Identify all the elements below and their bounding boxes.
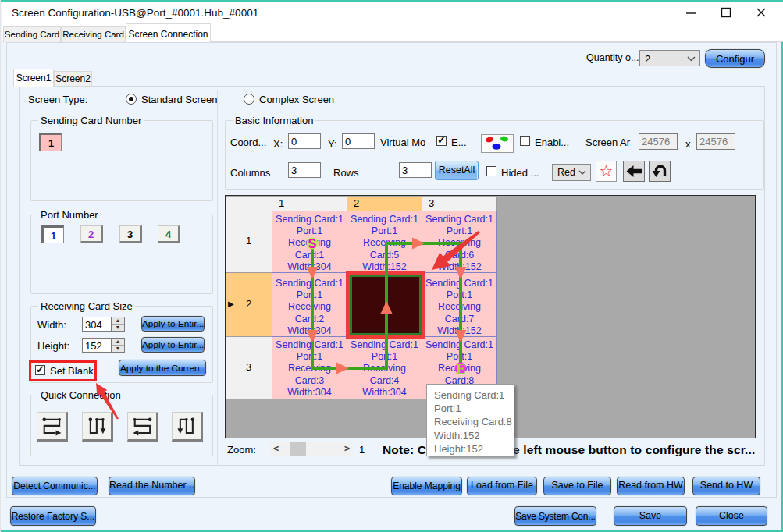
- save-system-config-button[interactable]: Save System Con...: [514, 506, 596, 526]
- star-button[interactable]: ☆: [596, 161, 617, 182]
- rgb-mode-button[interactable]: [481, 134, 514, 153]
- scroll-right-icon[interactable]: >: [341, 442, 353, 456]
- button-label: Save: [639, 510, 662, 521]
- hided-checkbox[interactable]: [486, 166, 496, 176]
- tab-receiving-card[interactable]: Receiving Card: [61, 26, 126, 42]
- tab-screen1[interactable]: Screen1: [13, 69, 54, 87]
- send-to-hw-button[interactable]: Send to HW: [692, 477, 760, 495]
- spin-up-icon[interactable]: ▲: [112, 317, 124, 325]
- grid-col-header-3[interactable]: 3: [422, 197, 497, 211]
- port-4-chip[interactable]: 4: [158, 225, 180, 243]
- configure-button[interactable]: Configur: [705, 49, 765, 68]
- cell-line: Sending Card:1: [272, 278, 347, 289]
- grid-col-header-2[interactable]: 2: [347, 197, 422, 211]
- grid-corner-cell: [226, 197, 272, 211]
- back-arrow-button[interactable]: [623, 161, 645, 182]
- quick-connection-pattern-2[interactable]: [82, 412, 113, 442]
- quick-connection-pattern-1[interactable]: [37, 412, 68, 442]
- quantity-select[interactable]: 2: [639, 50, 700, 66]
- tooltip-line: Width:152: [434, 429, 514, 442]
- reset-all-button[interactable]: ResetAll: [435, 161, 479, 180]
- group-title: Port Number: [38, 209, 101, 221]
- complex-screen-radio[interactable]: [244, 94, 254, 105]
- columns-label: Columns: [230, 167, 270, 179]
- scroll-left-icon[interactable]: <: [270, 442, 282, 456]
- cell-line: Receiving: [347, 237, 422, 249]
- cell-text: Sending Card:1Port:1ReceivingCard:4Width…: [347, 339, 422, 399]
- grid-cell-r1c1[interactable]: Sending Card:1Port:1ReceivingCard:1Width…: [272, 211, 347, 273]
- cell-line: Receiving: [272, 363, 347, 374]
- apply-height-button[interactable]: Apply to Entir...: [141, 337, 205, 353]
- sending-card-1-chip[interactable]: 1: [39, 133, 62, 151]
- columns-input[interactable]: 3: [288, 162, 321, 178]
- button-label: ResetAll: [439, 165, 475, 176]
- grid-cell-r1c3[interactable]: Sending Card:1Port:1ReceivingCard:6Width…: [422, 211, 497, 273]
- grid-row-header-3[interactable]: 3: [226, 337, 272, 399]
- minimize-button[interactable]: [675, 2, 706, 23]
- grid-row-header-2[interactable]: 2▶: [226, 273, 272, 337]
- zoom-scrollbar[interactable]: < >: [270, 442, 353, 456]
- grid-row-header-1[interactable]: 1: [226, 211, 272, 273]
- enable2-checkbox[interactable]: [520, 136, 530, 146]
- apply-width-button[interactable]: Apply to Entir...: [141, 316, 205, 332]
- y-label: Y:: [328, 138, 337, 150]
- close-button[interactable]: [746, 2, 777, 23]
- spin-up-icon[interactable]: ▲: [112, 339, 124, 346]
- height-spinner[interactable]: ▲▼: [112, 338, 125, 353]
- cell-text: Sending Card:1Port:1ReceivingCard:6Width…: [422, 214, 496, 273]
- coord-y-input[interactable]: 0: [342, 133, 375, 149]
- width-input[interactable]: 304: [82, 317, 112, 332]
- height-input[interactable]: 152: [82, 338, 112, 353]
- coord-x-input[interactable]: 0: [288, 133, 321, 149]
- x-label: X:: [273, 138, 283, 150]
- save-button[interactable]: Save: [614, 506, 687, 526]
- grid-cell-r3c1[interactable]: Sending Card:1Port:1ReceivingCard:3Width…: [272, 337, 347, 399]
- tab-screen2[interactable]: Screen2: [54, 71, 92, 86]
- grid-cell-r2c1[interactable]: Sending Card:1Port:1ReceivingCard:2Width…: [272, 273, 347, 337]
- spin-down-icon[interactable]: ▼: [112, 325, 124, 332]
- load-from-file-button[interactable]: Load from File: [467, 477, 537, 495]
- grid-cell-r1c2[interactable]: Sending Card:1Port:1ReceivingCard:5Width…: [347, 211, 422, 273]
- cell-line: Port:1: [422, 289, 496, 301]
- tab-screen-connection[interactable]: Screen Connection: [126, 23, 211, 42]
- group-title: Sending Card Number: [38, 115, 144, 126]
- button-label: Apply to the Curren..: [120, 363, 205, 374]
- enable-virtual-checkbox[interactable]: [436, 136, 447, 146]
- maximize-button[interactable]: [710, 2, 742, 23]
- zoom-value: 1: [359, 444, 365, 456]
- cell-line: Receiving: [422, 301, 496, 313]
- save-to-file-button[interactable]: Save to File: [543, 477, 611, 495]
- minimize-icon: [685, 6, 697, 19]
- enable-mapping-button[interactable]: Enable Mapping: [391, 477, 462, 495]
- rows-input[interactable]: 3: [399, 162, 432, 178]
- zoom-thumb[interactable]: [290, 442, 306, 456]
- width-spinner[interactable]: ▲▼: [112, 317, 125, 332]
- read-from-hw-button[interactable]: Read from HW: [617, 477, 685, 495]
- quick-connection-pattern-3[interactable]: [127, 412, 158, 442]
- header-label: 1: [279, 197, 284, 209]
- read-number-button[interactable]: Read the Number ..: [109, 477, 195, 495]
- apply-current-button[interactable]: Apply to the Curren..: [119, 360, 206, 376]
- port-1-chip[interactable]: 1: [41, 225, 64, 243]
- tab-sending-card[interactable]: Sending Card: [3, 26, 61, 42]
- button-label: Detect Communic...: [13, 481, 95, 491]
- undo-button[interactable]: [649, 161, 671, 182]
- grid-col-header-1[interactable]: 1: [272, 197, 347, 211]
- restore-factory-button[interactable]: Restore Factory S...: [10, 506, 96, 526]
- undo-arrow-icon: [650, 161, 670, 181]
- cell-line: Card:5: [347, 250, 422, 261]
- standard-screen-radio[interactable]: [126, 94, 137, 105]
- port-3-chip[interactable]: 3: [119, 225, 142, 243]
- spin-down-icon[interactable]: ▼: [112, 346, 124, 353]
- group-title: Basic Information: [233, 115, 315, 126]
- port-2-chip[interactable]: 2: [80, 225, 103, 243]
- grid-cell-r3c2[interactable]: Sending Card:1Port:1ReceivingCard:4Width…: [347, 337, 422, 399]
- quick-connection-pattern-4[interactable]: [172, 412, 203, 442]
- close-dialog-button[interactable]: Close: [696, 506, 767, 526]
- grid-cell-r2c3[interactable]: Sending Card:1Port:1ReceivingCard:7Width…: [422, 273, 497, 337]
- set-blank-checkbox[interactable]: [35, 365, 45, 375]
- header-label: 2: [354, 197, 359, 209]
- color-select[interactable]: Red: [552, 164, 591, 181]
- title-bar[interactable]: Screen Configuration-USB@Port_#0001.Hub_…: [2, 2, 783, 23]
- detect-communication-button[interactable]: Detect Communic...: [12, 477, 98, 495]
